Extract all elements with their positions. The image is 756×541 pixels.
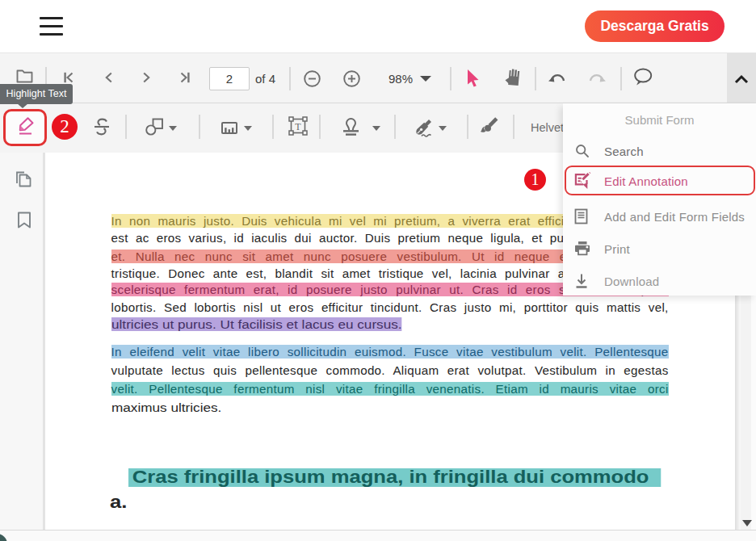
svg-text:T: T [295, 121, 301, 132]
